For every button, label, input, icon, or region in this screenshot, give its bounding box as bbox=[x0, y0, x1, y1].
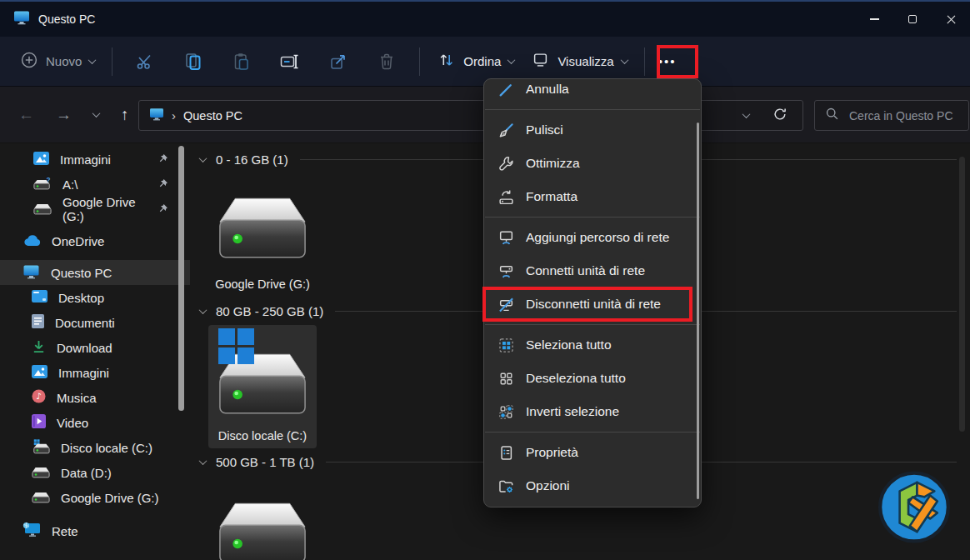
sidebar-item-desktop[interactable]: Desktop bbox=[0, 285, 190, 310]
menu-item-pulisci[interactable]: Pulisci bbox=[484, 113, 701, 147]
search-input[interactable] bbox=[849, 109, 958, 122]
sidebar-item-disco-locale-c[interactable]: Disco locale (C:) bbox=[0, 435, 190, 460]
trash-icon bbox=[377, 52, 397, 72]
drive-label: Disco locale (C:) bbox=[208, 429, 317, 442]
menu-item-label: Ottimizza bbox=[526, 156, 580, 171]
refresh-button[interactable] bbox=[772, 107, 788, 125]
file-explorer-window: Questo PC Nuovo bbox=[0, 0, 970, 560]
search-box[interactable] bbox=[814, 100, 969, 131]
view-button[interactable]: Visualizza bbox=[522, 45, 635, 78]
menu-item-annulla[interactable]: Annulla bbox=[484, 78, 701, 106]
drive-tile-google-drive[interactable]: Google Drive (G:) bbox=[208, 172, 317, 291]
broom-icon bbox=[498, 122, 515, 139]
delete-button[interactable] bbox=[362, 52, 411, 72]
minimize-button[interactable] bbox=[855, 2, 893, 37]
sidebar-item-label: OneDrive bbox=[52, 234, 104, 248]
sidebar-item-onedrive[interactable]: OneDrive bbox=[0, 228, 190, 253]
toolbar-divider bbox=[644, 48, 645, 76]
sidebar-item-a-drive-pinned[interactable]: ? A:\ bbox=[0, 172, 190, 197]
sort-button[interactable]: Ordina bbox=[428, 45, 522, 78]
menu-item-connetti-unita-di-rete[interactable]: Connetti unità di rete bbox=[484, 254, 701, 288]
recent-locations-chevron-icon[interactable] bbox=[92, 109, 101, 118]
sidebar-item-google-drive-g[interactable]: Google Drive (G:) bbox=[0, 485, 190, 510]
menu-item-seleziona-tutto[interactable]: Seleziona tutto bbox=[484, 328, 701, 362]
drive-tile-partial[interactable] bbox=[208, 477, 317, 560]
search-icon bbox=[825, 107, 839, 124]
menu-scrollbar[interactable] bbox=[697, 122, 699, 499]
menu-item-opzioni[interactable]: Opzioni bbox=[484, 469, 701, 502]
toolbar-divider bbox=[112, 48, 112, 76]
sidebar-item-label: A:\ bbox=[62, 178, 78, 192]
tab-title: Questo PC bbox=[38, 12, 95, 26]
document-icon bbox=[32, 314, 44, 331]
new-button[interactable]: Nuovo bbox=[12, 45, 103, 78]
paste-button[interactable] bbox=[218, 52, 266, 72]
navigation-pane: Immagini ? A:\ Google Drive (G:) OneDriv… bbox=[0, 143, 190, 560]
back-button[interactable]: ← bbox=[18, 107, 34, 122]
collapse-chevron-icon bbox=[199, 154, 208, 162]
sidebar-item-label: Desktop bbox=[58, 291, 104, 305]
cut-icon bbox=[135, 52, 155, 72]
menu-item-label: Inverti selezione bbox=[526, 404, 619, 419]
network-icon bbox=[22, 522, 41, 540]
pin-icon bbox=[158, 202, 168, 217]
address-bar[interactable]: › Questo PC bbox=[138, 100, 803, 131]
forward-button[interactable]: → bbox=[56, 107, 72, 122]
close-button[interactable] bbox=[932, 2, 970, 37]
menu-item-inverti-selezione[interactable]: Inverti selezione bbox=[484, 395, 701, 428]
sidebar-item-immagini[interactable]: Immagini bbox=[0, 360, 190, 385]
video-icon bbox=[32, 414, 46, 431]
address-dropdown-chevron-icon[interactable] bbox=[742, 110, 751, 118]
highlight-box-see-more-button bbox=[657, 45, 698, 78]
sidebar-item-immagini-pinned[interactable]: Immagini bbox=[0, 147, 190, 172]
rename-button[interactable] bbox=[266, 52, 314, 72]
svg-text:♪: ♪ bbox=[36, 391, 42, 401]
hard-drive-icon bbox=[218, 195, 307, 260]
menu-item-deseleziona-tutto[interactable]: Deseleziona tutto bbox=[484, 362, 701, 395]
drive-tile-disco-locale-selected[interactable]: Disco locale (C:) bbox=[208, 325, 317, 448]
collapse-chevron-icon bbox=[199, 306, 208, 314]
menu-separator bbox=[485, 109, 700, 110]
cut-button[interactable] bbox=[121, 52, 169, 72]
sidebar-item-label: Download bbox=[57, 341, 112, 355]
menu-item-aggiungi-percorso-di-rete[interactable]: Aggiungi percorso di rete bbox=[484, 221, 701, 254]
sidebar-item-label: Musica bbox=[57, 391, 97, 405]
breadcrumb-separator: › bbox=[172, 108, 176, 122]
pin-icon bbox=[158, 178, 168, 192]
sidebar-item-google-drive-pinned[interactable]: Google Drive (G:) bbox=[0, 197, 190, 222]
sidebar-item-video[interactable]: Video bbox=[0, 410, 190, 435]
maximize-button[interactable] bbox=[893, 2, 932, 37]
menu-item-ottimizza[interactable]: Ottimizza bbox=[484, 147, 701, 180]
share-icon bbox=[328, 52, 348, 72]
content-scrollbar[interactable] bbox=[959, 157, 965, 432]
menu-item-proprieta[interactable]: Proprietà bbox=[484, 436, 701, 469]
menu-item-label: Formatta bbox=[526, 189, 578, 204]
sidebar-item-musica[interactable]: ♪ Musica bbox=[0, 385, 190, 410]
windows-logo-icon bbox=[218, 328, 255, 365]
explorer-tab[interactable]: Questo PC bbox=[0, 2, 95, 37]
sidebar-item-questo-pc[interactable]: Questo PC bbox=[0, 260, 190, 285]
sidebar-item-download[interactable]: Download bbox=[0, 335, 190, 360]
format-drive-icon bbox=[498, 188, 515, 206]
music-icon: ♪ bbox=[32, 389, 46, 406]
view-button-label: Visualizza bbox=[558, 54, 613, 68]
copy-button[interactable] bbox=[169, 52, 218, 72]
invert-selection-icon bbox=[498, 403, 515, 421]
sidebar-item-label: Disco locale (C:) bbox=[61, 441, 152, 455]
undo-icon bbox=[498, 81, 515, 98]
sidebar-item-documenti[interactable]: Documenti bbox=[0, 310, 190, 335]
sidebar-item-data-d[interactable]: Data (D:) bbox=[0, 460, 190, 485]
sidebar-item-label: Data (D:) bbox=[61, 466, 112, 480]
paste-icon bbox=[232, 52, 252, 72]
menu-separator bbox=[485, 324, 700, 325]
highlight-box-disconnetti-menu-item bbox=[482, 287, 692, 322]
sidebar-scrollbar[interactable] bbox=[178, 146, 184, 411]
up-button[interactable]: ↑ bbox=[121, 107, 129, 122]
menu-item-formatta[interactable]: Formatta bbox=[484, 180, 701, 213]
sidebar-item-rete[interactable]: Rete bbox=[0, 518, 190, 543]
breadcrumb-root[interactable]: Questo PC bbox=[183, 109, 242, 122]
group-header-label: 500 GB - 1 TB (1) bbox=[216, 455, 314, 469]
minimize-icon bbox=[870, 18, 879, 19]
share-button[interactable] bbox=[314, 52, 362, 72]
sort-icon bbox=[437, 51, 456, 72]
